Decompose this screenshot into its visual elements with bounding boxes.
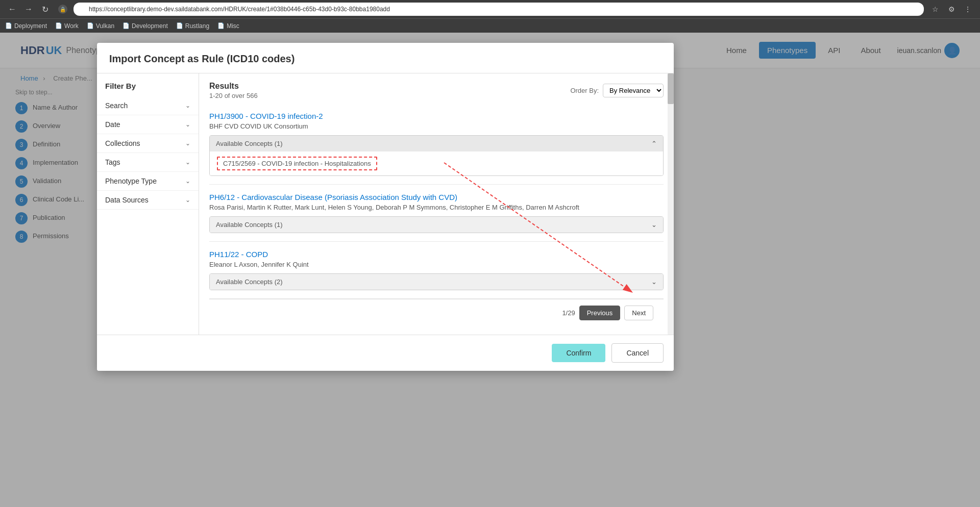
- security-icon: 🔒: [58, 5, 67, 14]
- result-1-concepts-body: C715/2569 - COVID-19 infection - Hospita…: [210, 151, 663, 175]
- filter-tags-label: Tags: [105, 158, 120, 166]
- filter-tags-chevron: ⌄: [185, 159, 190, 166]
- results-title: Results: [209, 82, 258, 91]
- result-3-concepts-dropdown: Available Concepts (2) ⌄: [209, 273, 664, 290]
- filter-date[interactable]: Date ⌄: [97, 115, 199, 134]
- filter-by-title: Filter By: [97, 82, 199, 96]
- modal-footer: Confirm Cancel: [97, 335, 674, 371]
- star-button[interactable]: ☆: [928, 2, 942, 16]
- order-by: Order By: By Relevance: [570, 84, 664, 97]
- bookmark-work-label: Work: [64, 22, 79, 30]
- filter-search[interactable]: Search ⌄: [97, 96, 199, 115]
- filter-phenotype-type-chevron: ⌄: [185, 178, 190, 185]
- address-bar[interactable]: [74, 3, 924, 16]
- result-item-1: PH1/3900 - COVID-19 infection-2 BHF CVD …: [209, 104, 664, 185]
- filter-date-chevron: ⌄: [185, 121, 190, 128]
- bookmark-vulkan-label: Vulkan: [96, 22, 114, 30]
- bookmark-vulkan[interactable]: 📄 Vulkan: [87, 22, 114, 30]
- result-1-concepts-chevron-up: ⌃: [651, 140, 657, 147]
- bookmark-vulkan-icon: 📄: [87, 22, 94, 29]
- browser-nav-buttons: ← → ↻: [5, 2, 52, 16]
- result-2-concepts-label: Available Concepts (1): [216, 221, 283, 229]
- bookmark-development[interactable]: 📄 Development: [122, 22, 168, 30]
- result-3-authors: Eleanor L Axson, Jennifer K Quint: [209, 261, 664, 268]
- filter-date-label: Date: [105, 120, 120, 129]
- filter-search-chevron: ⌄: [185, 102, 190, 109]
- filter-data-sources-label: Data Sources: [105, 196, 149, 204]
- filter-collections[interactable]: Collections ⌄: [97, 134, 199, 153]
- back-button[interactable]: ←: [5, 2, 19, 16]
- bookmark-misc-label: Misc: [227, 22, 239, 30]
- filter-data-sources-chevron: ⌄: [185, 196, 190, 204]
- result-1-concepts-label: Available Concepts (1): [216, 140, 283, 147]
- result-2-authors: Rosa Parisi, Martin K Rutter, Mark Lunt,…: [209, 204, 664, 211]
- modal-header: Import Concept as Rule (ICD10 codes): [97, 43, 674, 73]
- result-2-title[interactable]: PH6/12 - Cardiovascular Disease (Psorias…: [209, 193, 664, 201]
- result-3-concepts-chevron: ⌄: [651, 278, 657, 286]
- result-item-2: PH6/12 - Cardiovascular Disease (Psorias…: [209, 185, 664, 242]
- bookmark-misc-icon: 📄: [217, 22, 225, 29]
- menu-button[interactable]: ⋮: [961, 2, 975, 16]
- bookmark-misc[interactable]: 📄 Misc: [217, 22, 239, 30]
- result-3-title[interactable]: PH11/22 - COPD: [209, 250, 664, 259]
- previous-button[interactable]: Previous: [579, 306, 621, 320]
- bookmark-development-label: Development: [132, 22, 168, 30]
- result-1-authors: BHF CVD COVID UK Consortium: [209, 122, 664, 130]
- filter-phenotype-type[interactable]: Phenotype Type ⌄: [97, 172, 199, 191]
- forward-button[interactable]: →: [21, 2, 36, 16]
- order-by-select[interactable]: By Relevance: [603, 84, 664, 97]
- result-2-concepts-dropdown: Available Concepts (1) ⌄: [209, 216, 664, 233]
- bookmark-work-icon: 📄: [55, 22, 62, 29]
- filter-search-label: Search: [105, 102, 128, 110]
- results-header: Results 1-20 of over 566 Order By: By Re…: [209, 82, 664, 99]
- modal-body: Filter By Search ⌄ Date ⌄ Collections ⌄ …: [97, 73, 674, 335]
- bookmark-rustlang-label: Rustlang: [185, 22, 209, 30]
- browser-chrome: ← → ↻ 🔒 ☆ ⚙ ⋮: [0, 0, 980, 18]
- bookmark-deployment[interactable]: 📄 Deployment: [5, 22, 47, 30]
- bookmark-deployment-label: Deployment: [14, 22, 47, 30]
- filter-tags[interactable]: Tags ⌄: [97, 153, 199, 172]
- scroll-thumb[interactable]: [668, 73, 674, 104]
- filter-collections-chevron: ⌄: [185, 140, 190, 147]
- results-area: Results 1-20 of over 566 Order By: By Re…: [199, 73, 674, 335]
- cancel-button[interactable]: Cancel: [611, 343, 664, 363]
- pagination-area: 1/29 Previous Next: [209, 299, 664, 326]
- bookmarks-bar: 📄 Deployment 📄 Work 📄 Vulkan 📄 Developme…: [0, 18, 980, 33]
- refresh-button[interactable]: ↻: [38, 2, 52, 16]
- extensions-button[interactable]: ⚙: [944, 2, 959, 16]
- result-1-title[interactable]: PH1/3900 - COVID-19 infection-2: [209, 112, 664, 120]
- result-1-concepts-dropdown: Available Concepts (1) ⌃ C715/2569 - COV…: [209, 135, 664, 176]
- bookmark-development-icon: 📄: [122, 22, 130, 29]
- bookmark-rustlang-icon: 📄: [176, 22, 183, 29]
- page-area: HDRUK Phenotype Library Home Phenotypes …: [0, 33, 980, 507]
- page-info: 1/29: [562, 309, 575, 317]
- order-by-label: Order By:: [570, 87, 599, 94]
- scroll-track[interactable]: [668, 73, 674, 335]
- filter-data-sources[interactable]: Data Sources ⌄: [97, 191, 199, 210]
- filter-collections-label: Collections: [105, 139, 140, 147]
- result-2-concepts-header[interactable]: Available Concepts (1) ⌄: [210, 217, 663, 233]
- concept-tag-1[interactable]: C715/2569 - COVID-19 infection - Hospita…: [217, 157, 377, 170]
- bookmark-rustlang[interactable]: 📄 Rustlang: [176, 22, 209, 30]
- result-2-concepts-chevron: ⌄: [651, 221, 657, 229]
- next-button[interactable]: Next: [624, 306, 653, 320]
- bookmark-deployment-icon: 📄: [5, 22, 12, 29]
- result-item-3: PH11/22 - COPD Eleanor L Axson, Jennifer…: [209, 242, 664, 299]
- results-title-group: Results 1-20 of over 566: [209, 82, 258, 99]
- import-concept-modal: Import Concept as Rule (ICD10 codes) Fil…: [97, 43, 674, 371]
- filter-sidebar: Filter By Search ⌄ Date ⌄ Collections ⌄ …: [97, 73, 199, 335]
- result-1-concepts-header[interactable]: Available Concepts (1) ⌃: [210, 136, 663, 151]
- bookmark-work[interactable]: 📄 Work: [55, 22, 79, 30]
- filter-phenotype-type-label: Phenotype Type: [105, 177, 157, 185]
- modal-title: Import Concept as Rule (ICD10 codes): [109, 53, 662, 65]
- confirm-button[interactable]: Confirm: [552, 344, 605, 362]
- results-count: 1-20 of over 566: [209, 92, 258, 99]
- result-3-concepts-label: Available Concepts (2): [216, 278, 283, 286]
- browser-actions: ☆ ⚙ ⋮: [928, 2, 975, 16]
- result-3-concepts-header[interactable]: Available Concepts (2) ⌄: [210, 274, 663, 290]
